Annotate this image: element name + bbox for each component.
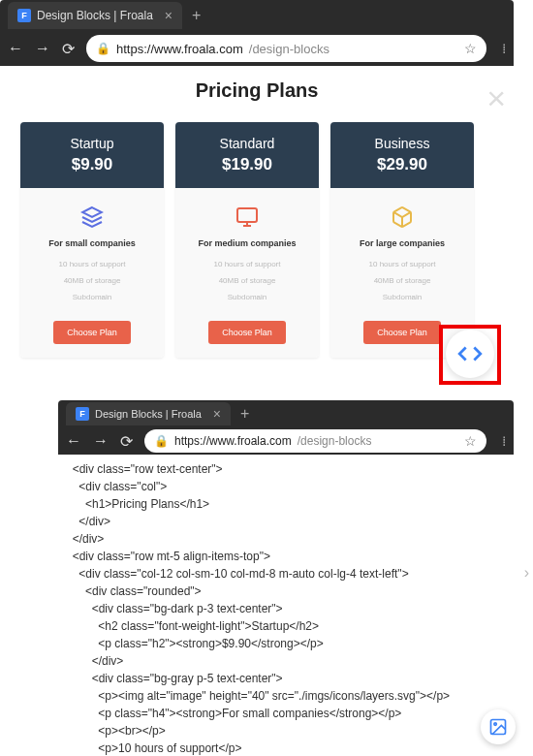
reload-button[interactable]: ⟳ [62, 40, 75, 58]
plan-price: $19.90 [175, 155, 319, 174]
bookmark-star-icon[interactable]: ☆ [464, 433, 477, 449]
code-line: <p class="h4"><strong>For small companie… [66, 705, 506, 722]
pricing-card-startup: Startup $9.90 For small companies 10 hou… [20, 122, 164, 358]
code-line: <h1>Pricing Plans</h1> [66, 495, 506, 513]
svg-marker-0 [82, 207, 102, 217]
url-host: https://www.froala.com [116, 42, 243, 56]
image-icon [488, 717, 508, 737]
plan-name: Business [330, 136, 474, 151]
address-bar[interactable]: 🔒 https://www.froala.com/design-blocks ☆ [144, 429, 486, 453]
code-line: <div class="row mt-5 align-items-top"> [66, 548, 506, 565]
favicon-icon: F [17, 9, 31, 22]
code-line: </div> [66, 530, 506, 548]
tab-close-icon[interactable]: × [165, 8, 172, 23]
code-line: <p>10 hours of support</p> [66, 740, 506, 756]
bookmark-star-icon[interactable]: ☆ [464, 41, 477, 56]
choose-plan-button[interactable]: Choose Plan [208, 321, 286, 344]
pricing-cards: Startup $9.90 For small companies 10 hou… [0, 105, 494, 375]
browser-tab[interactable]: F Design Blocks | Froala × [66, 402, 231, 425]
svg-point-6 [494, 723, 496, 726]
code-line: <h2 class="font-weight-light">Startup</h… [66, 617, 506, 635]
tab-close-icon[interactable]: × [213, 406, 221, 422]
plan-feature: Subdomain [183, 293, 311, 301]
pricing-card-standard: Standard $19.90 For medium companies 10 … [175, 122, 319, 358]
plan-price: $9.90 [20, 155, 164, 174]
plan-name: Standard [175, 136, 319, 151]
monitor-icon [235, 205, 259, 229]
lock-icon: 🔒 [96, 42, 110, 55]
package-icon [391, 205, 414, 229]
code-line: <div class="rounded"> [66, 583, 506, 600]
page-title: Pricing Plans [0, 79, 514, 102]
code-line: <p class="h2"><strong>$9.90</strong></p> [66, 635, 506, 652]
image-fab-button[interactable] [481, 709, 516, 744]
plan-feature: 40MB of storage [183, 276, 311, 285]
code-line: <div class="row text-center"> [66, 460, 506, 478]
reload-button[interactable]: ⟳ [120, 432, 133, 451]
favicon-icon: F [76, 407, 89, 421]
choose-plan-button[interactable]: Choose Plan [53, 321, 131, 344]
layers-icon [80, 205, 104, 229]
back-button[interactable]: ← [8, 40, 23, 57]
code-line: <p><img alt="image" height="40" src="./i… [66, 687, 506, 705]
back-button[interactable]: ← [66, 432, 81, 450]
forward-button[interactable]: → [35, 40, 50, 57]
pricing-card-business: Business $29.90 For large companies 10 h… [330, 122, 474, 358]
choose-plan-button[interactable]: Choose Plan [363, 321, 441, 344]
plan-tag: For medium companies [183, 238, 311, 248]
card-header: Business $29.90 [330, 122, 474, 188]
new-tab-button[interactable]: + [192, 7, 201, 24]
nav-bar: ← → ⟳ 🔒 https://www.froala.com/design-bl… [58, 427, 514, 455]
address-bar[interactable]: 🔒 https://www.froala.com/design-blocks ☆ [86, 35, 486, 62]
browser-window-top: F Design Blocks | Froala × + ← → ⟳ 🔒 htt… [0, 0, 514, 66]
card-body: For medium companies 10 hours of support… [175, 188, 319, 358]
browser-tab[interactable]: F Design Blocks | Froala × [8, 2, 182, 29]
code-line: <div class="bg-gray p-5 text-center"> [66, 670, 506, 687]
plan-feature: Subdomain [28, 293, 156, 301]
nav-bar: ← → ⟳ 🔒 https://www.froala.com/design-bl… [0, 31, 514, 66]
url-path: /design-blocks [249, 42, 329, 56]
forward-button[interactable]: → [93, 432, 109, 450]
plan-feature: 10 hours of support [28, 260, 156, 268]
tab-title: Design Blocks | Froala [95, 408, 202, 420]
card-header: Startup $9.90 [20, 122, 164, 188]
highlight-box [439, 325, 501, 385]
lock-icon: 🔒 [154, 434, 169, 448]
plan-feature: 40MB of storage [338, 276, 466, 285]
tab-bar: F Design Blocks | Froala × + [58, 400, 514, 427]
plan-price: $29.90 [330, 155, 474, 174]
code-line: </div> [66, 513, 506, 530]
plan-feature: 10 hours of support [338, 260, 466, 268]
plan-tag: For small companies [28, 238, 156, 248]
browser-menu-icon[interactable]: ⁞ [502, 433, 506, 449]
card-header: Standard $19.90 [175, 122, 319, 188]
browser-menu-icon[interactable]: ⁞ [502, 41, 506, 56]
plan-tag: For large companies [338, 238, 466, 248]
new-tab-button[interactable]: + [240, 405, 249, 423]
chevron-right-icon[interactable]: › [524, 564, 529, 582]
card-body: For small companies 10 hours of support … [20, 188, 164, 358]
svg-rect-1 [237, 208, 257, 222]
code-line: <div class="col-12 col-sm-10 col-md-8 m-… [66, 565, 506, 583]
plan-feature: Subdomain [338, 293, 466, 301]
browser-window-bottom: F Design Blocks | Froala × + ← → ⟳ 🔒 htt… [58, 400, 514, 455]
code-line: </div> [66, 652, 506, 670]
code-view: <div class="row text-center"> <div class… [58, 455, 514, 756]
tab-title: Design Blocks | Froala [37, 9, 153, 22]
plan-feature: 40MB of storage [28, 276, 156, 285]
code-line: <div class="bg-dark p-3 text-center"> [66, 600, 506, 617]
plan-feature: 10 hours of support [183, 260, 311, 268]
plan-name: Startup [20, 136, 164, 151]
tab-bar: F Design Blocks | Froala × + [0, 0, 514, 31]
url-host: https://www.froala.com [174, 434, 292, 448]
url-path: /design-blocks [298, 434, 372, 448]
page-content: Pricing Plans [0, 66, 514, 102]
code-line: <div class="col"> [66, 478, 506, 495]
code-line: <p><br></p> [66, 722, 506, 740]
